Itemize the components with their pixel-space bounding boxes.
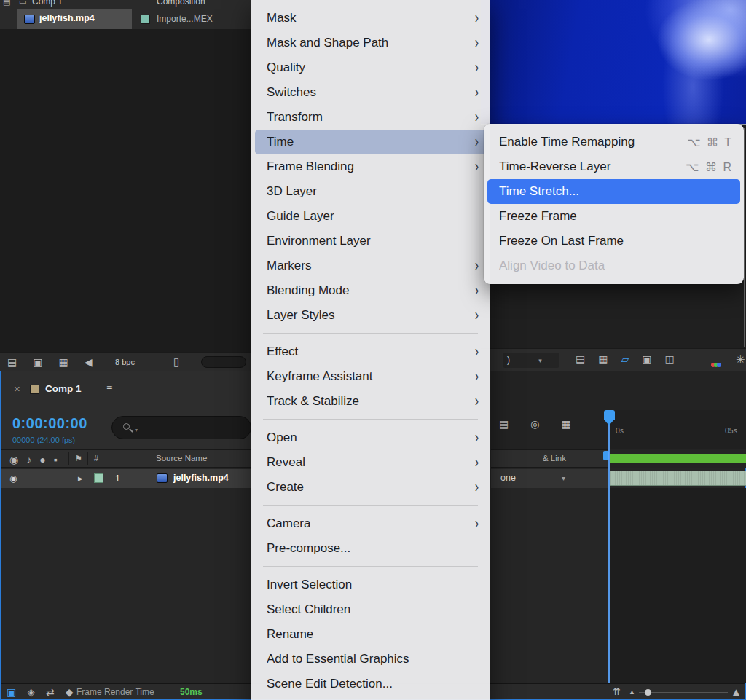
delete-icon[interactable]: ▯: [173, 356, 179, 367]
playhead[interactable]: [604, 410, 615, 420]
menu-item-invert-selection[interactable]: Invert Selection: [255, 573, 486, 597]
menu-item-time-stretch[interactable]: Time Stretch...: [487, 179, 740, 204]
channel-colors-icon[interactable]: [712, 357, 721, 370]
transparency-grid-icon[interactable]: ▦: [598, 354, 608, 364]
menu-item-label: Transform: [267, 110, 469, 125]
shy-layers-icon[interactable]: ⇈: [613, 687, 621, 696]
menu-item-pre-compose[interactable]: Pre-compose...: [255, 536, 486, 561]
menu-item-enable-time-remapping[interactable]: Enable Time Remapping⌥ ⌘ T: [487, 130, 740, 154]
audio-icon[interactable]: ♪: [26, 455, 31, 465]
menu-item-track-stabilize[interactable]: Track & Stabilize›: [255, 389, 486, 414]
chart-icon[interactable]: ▤: [576, 354, 585, 364]
timeline-empty-left: [1, 488, 252, 683]
parent-link-label[interactable]: & Link: [543, 454, 566, 463]
magnification-dropdown[interactable]: ) ▾: [503, 353, 560, 368]
zoom-slider-track[interactable]: [639, 692, 728, 693]
menu-item-layer-styles[interactable]: Layer Styles›: [255, 303, 486, 328]
snapshot-icon[interactable]: ✳: [736, 354, 745, 365]
bit-depth-button[interactable]: 8 bpc: [115, 358, 135, 366]
menu-item-3d-layer[interactable]: 3D Layer: [255, 179, 486, 204]
menu-item-frame-blending[interactable]: Frame Blending›: [255, 154, 486, 179]
zoom-slider-knob[interactable]: [645, 689, 651, 696]
menu-item-label: Markers: [267, 259, 469, 273]
menu-item-rename[interactable]: Rename: [255, 622, 486, 647]
panel-menu-icon[interactable]: ≡: [106, 382, 112, 394]
layer-duration-bar[interactable]: [610, 471, 746, 486]
menu-item-blending-mode[interactable]: Blending Mode›: [255, 278, 486, 303]
frame-render-time-value: 50ms: [180, 687, 203, 697]
switches-modes-icon[interactable]: ⇄: [46, 687, 55, 697]
search-input[interactable]: [111, 416, 251, 439]
motion-blur-icon[interactable]: ◎: [530, 419, 539, 429]
eye-icon[interactable]: ◉: [9, 474, 17, 483]
timeline-tabstrip: × Comp 1 ≡: [1, 371, 252, 409]
tab-comp1[interactable]: Comp 1: [45, 383, 82, 394]
zoom-out-icon[interactable]: ▲: [629, 689, 635, 696]
interpret-footage-icon[interactable]: ▤: [7, 357, 17, 367]
time-ruler[interactable]: 0s 05s: [608, 410, 746, 449]
close-icon[interactable]: ×: [14, 382, 20, 395]
menu-item-create[interactable]: Create›: [255, 475, 486, 500]
column-source-name[interactable]: Source Name: [156, 454, 207, 463]
lock-icon[interactable]: ▪: [54, 455, 58, 465]
expander-icon[interactable]: ▸: [78, 473, 83, 484]
mask-outline-icon[interactable]: ▱: [621, 354, 629, 364]
menu-item-add-to-essential-graphics[interactable]: Add to Essential Graphics: [255, 647, 486, 672]
menu-item-guide-layer[interactable]: Guide Layer: [255, 204, 486, 229]
menu-item-mask[interactable]: Mask›: [255, 6, 486, 31]
submenu-chevron-icon: ›: [475, 454, 479, 471]
layer-row[interactable]: ◉ ▸ 1 jellyfish.mp4: [1, 469, 252, 488]
parent-dropdown[interactable]: one ▾: [491, 469, 608, 488]
menu-item-environment-layer[interactable]: Environment Layer: [255, 229, 486, 253]
color-swatch[interactable]: [141, 15, 150, 24]
menu-item-freeze-frame[interactable]: Freeze Frame: [487, 204, 740, 229]
menu-item-mask-and-shape-path[interactable]: Mask and Shape Path›: [255, 31, 486, 55]
submenu-chevron-icon: ›: [475, 479, 479, 496]
label-tag-icon[interactable]: ⚑: [75, 455, 82, 463]
keyframe-icon[interactable]: ◆: [66, 687, 74, 697]
comp-marker-icon[interactable]: ▤: [499, 419, 509, 429]
project-row-jellyfish[interactable]: jellyfish.mp4 Importe...MEX: [0, 9, 251, 29]
layer-color-swatch[interactable]: [94, 473, 103, 483]
submenu-chevron-icon: ›: [475, 133, 479, 151]
parent-dropdown-value: one: [500, 473, 516, 483]
draft-3d-icon[interactable]: ◈: [27, 687, 35, 697]
solo-icon[interactable]: ●: [39, 455, 45, 465]
comp-color-swatch[interactable]: [30, 385, 39, 394]
project-settings-icon[interactable]: ▦: [58, 357, 68, 367]
menu-item-label: Create: [267, 480, 469, 495]
mini-flowchart-icon[interactable]: ▣: [7, 687, 16, 697]
current-timecode[interactable]: 0:00:00:00: [12, 415, 87, 432]
menu-item-freeze-on-last-frame[interactable]: Freeze On Last Frame: [487, 229, 740, 253]
menu-item-transform[interactable]: Transform›: [255, 105, 486, 130]
menu-item-switches[interactable]: Switches›: [255, 80, 486, 105]
region-of-interest-icon[interactable]: ▣: [642, 354, 651, 364]
timeline-time-area: 0:00:00:00 00000 (24.00 fps) ▾: [1, 409, 252, 449]
menu-item-time[interactable]: Time›: [255, 130, 486, 154]
audio-icon[interactable]: ◀: [85, 357, 93, 367]
menu-item-camera[interactable]: Camera›: [255, 511, 486, 536]
parent-link-header: & Link: [491, 449, 608, 468]
search-pill[interactable]: [201, 356, 246, 368]
project-row-comp[interactable]: ▤ ▭ Comp 1 Composition: [0, 0, 251, 9]
new-folder-icon[interactable]: ▣: [33, 357, 42, 367]
menu-item-select-children[interactable]: Select Children: [255, 597, 486, 622]
menu-item-markers[interactable]: Markers›: [255, 253, 486, 278]
chevron-down-icon: ▾: [538, 357, 542, 364]
menu-item-time-reverse-layer[interactable]: Time-Reverse Layer⌥ ⌘ R: [487, 154, 740, 179]
menu-item-quality[interactable]: Quality›: [255, 55, 486, 80]
menu-item-effect[interactable]: Effect›: [255, 339, 486, 364]
frame-blend-icon[interactable]: ▦: [561, 419, 570, 429]
menu-item-keyframe-assistant[interactable]: Keyframe Assistant›: [255, 364, 486, 389]
menu-item-label: Rename: [267, 627, 479, 642]
eye-icon[interactable]: ◉: [9, 455, 18, 465]
column-index[interactable]: #: [94, 454, 98, 463]
crop-icon[interactable]: ◫: [664, 354, 674, 364]
status-bar-icons: ▣◈⇄◆: [7, 687, 74, 697]
zoom-in-icon[interactable]: ▲: [731, 686, 742, 697]
menu-item-open[interactable]: Open›: [255, 425, 486, 450]
menu-item-scene-edit-detection[interactable]: Scene Edit Detection...: [255, 672, 486, 696]
layer-name[interactable]: jellyfish.mp4: [173, 473, 229, 483]
menu-item-reveal[interactable]: Reveal›: [255, 450, 486, 475]
playhead-line[interactable]: [608, 425, 610, 683]
